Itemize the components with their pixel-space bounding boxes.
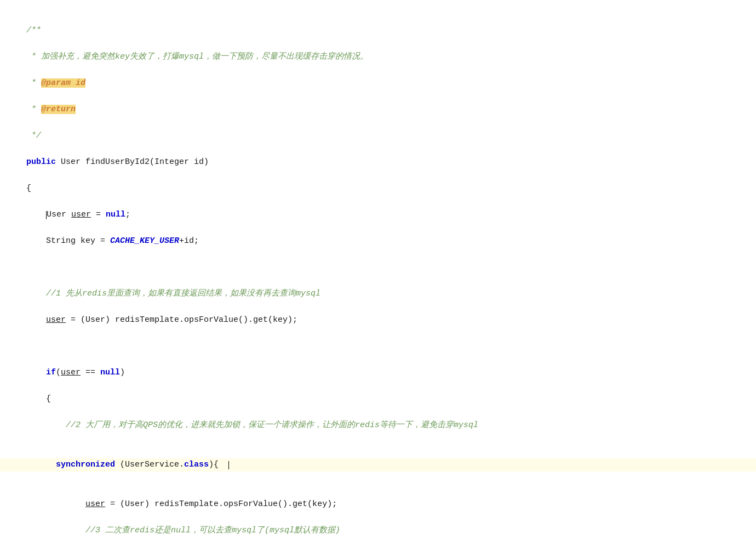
method-signature: public User findUserById2(Integer id) <box>26 157 209 167</box>
cursor-2 <box>228 461 229 469</box>
comment-second-check: //3 二次查redis还是null，可以去查mysql了(mysql默认有数据… <box>26 526 340 534</box>
code-line-redis-get-2: user = (User) redisTemplate.opsForValue(… <box>26 499 337 509</box>
param-annotation: @param id <box>41 78 85 88</box>
synchronized-line: synchronized (UserService.class){ <box>0 458 756 471</box>
return-annotation: @return <box>41 105 76 114</box>
comment-synchronized: //2 大厂用，对于高QPS的优化，进来就先加锁，保证一个请求操作，让外面的re… <box>26 421 478 430</box>
comment-redis-query: //1 先从redis里面查询，如果有直接返回结果，如果没有再去查询mysql <box>26 289 320 298</box>
comment-line-4: * @return <box>26 105 76 114</box>
opening-brace-2: { <box>26 394 51 404</box>
code-line-string-key: String key = CACHE_KEY_USER+id; <box>26 236 199 246</box>
code-editor: /** * 加强补充，避免突然key失效了，打爆mysql，做一下预防，尽量不出… <box>16 11 740 534</box>
comment-line-2: * 加强补充，避免突然key失效了，打爆mysql，做一下预防，尽量不出现缓存击… <box>26 52 368 61</box>
code-line-if-user-null: if(user == null) <box>26 368 125 377</box>
comment-line-5: */ <box>26 131 41 140</box>
comment-line-1: /** <box>26 26 41 35</box>
cursor <box>46 211 47 219</box>
opening-brace-1: { <box>26 184 31 193</box>
code-line-user-null: User user = null; <box>26 210 130 219</box>
comment-line-3: * @param id <box>26 78 85 88</box>
code-line-redis-get: user = (User) redisTemplate.opsForValue(… <box>26 315 297 325</box>
